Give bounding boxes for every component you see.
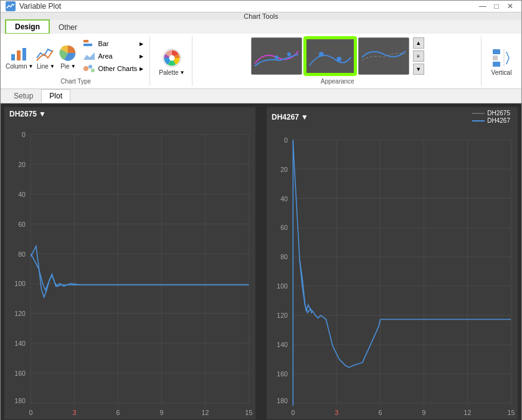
svg-rect-2 [22, 48, 26, 60]
other-charts-arrow: ▶ [140, 66, 143, 72]
palette-arrow: ▼ [180, 70, 185, 75]
chart-2-legend: DH2675 DH4267 [472, 110, 510, 124]
line-chart-btn[interactable]: Line ▼ [36, 43, 55, 70]
bar-item[interactable]: Bar ▶ [80, 38, 146, 49]
bar-arrow: ▶ [140, 41, 143, 47]
chart-panel-2: DH4267 ▼ DH2675 DH4267 [267, 107, 518, 419]
svg-text:40: 40 [280, 195, 288, 203]
svg-point-16 [319, 52, 324, 57]
appearance-group: ▲ ≡ ▼ Appearance [194, 36, 482, 86]
svg-rect-56 [267, 126, 518, 419]
palette-group: Palette ▼ [151, 36, 192, 86]
svg-point-7 [83, 66, 88, 71]
scroll-down-button[interactable]: ▼ [413, 64, 424, 75]
pie-arrow: ▼ [71, 64, 76, 69]
chart-2-dropdown-arrow[interactable]: ▼ [301, 113, 308, 122]
svg-text:60: 60 [280, 224, 288, 231]
svg-text:0: 0 [284, 136, 288, 144]
tab-design[interactable]: Design [6, 20, 49, 34]
svg-text:6: 6 [378, 409, 382, 416]
scroll-up-button[interactable]: ▲ [413, 37, 424, 49]
line-arrow: ▼ [50, 64, 55, 69]
svg-text:120: 120 [14, 310, 26, 317]
svg-text:100: 100 [277, 282, 288, 290]
svg-rect-1 [17, 50, 21, 60]
chart-panel-1: DH2675 ▼ [4, 107, 255, 419]
chart-1-svg: 0 20 40 60 80 100 120 140 160 180 0 3 6 … [4, 121, 255, 419]
svg-text:160: 160 [14, 370, 26, 377]
vertical-button[interactable]: Vertical [486, 45, 516, 77]
chart-1-dropdown-arrow[interactable]: ▼ [39, 110, 46, 118]
chart-1-header: DH2675 ▼ [4, 107, 255, 121]
svg-text:0: 0 [291, 409, 295, 416]
area-item[interactable]: Area ▶ [80, 50, 146, 62]
chart-type-group: Column ▼ Line ▼ [2, 36, 150, 86]
appearance-thumb-1[interactable] [251, 37, 302, 75]
svg-point-14 [287, 52, 291, 56]
chart-2-svg: 0 20 40 60 80 100 120 140 160 180 0 3 6 … [267, 126, 518, 419]
appearance-thumb-2[interactable] [305, 37, 356, 75]
svg-text:180: 180 [14, 396, 26, 404]
ribbon-body: Column ▼ Line ▼ [1, 34, 521, 89]
palette-button[interactable]: Palette ▼ [155, 44, 188, 79]
svg-text:140: 140 [14, 340, 26, 347]
line-label: Line [37, 63, 49, 70]
svg-point-9 [91, 69, 95, 72]
chart-stack-items: Bar ▶ Area ▶ [80, 38, 146, 74]
tab-setup[interactable]: Setup [6, 89, 41, 103]
chart-2-header: DH4267 ▼ DH2675 DH4267 [267, 107, 518, 126]
chart-2-title: DH4267 ▼ [272, 113, 308, 122]
pie-chart-btn[interactable]: Pie ▼ [58, 43, 78, 70]
minimize-button[interactable]: — [477, 1, 489, 12]
svg-text:120: 120 [277, 312, 288, 319]
svg-marker-6 [83, 52, 95, 60]
legend-dh2675: DH2675 [487, 110, 510, 117]
vertical-group: Vertical [483, 36, 520, 86]
svg-rect-5 [83, 44, 92, 46]
other-charts-item[interactable]: Other Charts ▶ [80, 63, 146, 74]
svg-text:0: 0 [22, 131, 26, 138]
svg-text:80: 80 [18, 250, 26, 257]
svg-rect-4 [83, 40, 88, 42]
maximize-button[interactable]: □ [490, 1, 503, 12]
column-chart-btn[interactable]: Column ▼ [6, 43, 33, 70]
tab-other[interactable]: Other [49, 20, 87, 34]
svg-text:9: 9 [159, 409, 163, 416]
column-label: Column [6, 63, 27, 70]
close-button[interactable]: ✕ [504, 1, 516, 12]
palette-label: Palette [159, 69, 178, 76]
svg-text:140: 140 [277, 341, 288, 348]
ribbon-group-label: Chart Tools [1, 12, 521, 20]
chart-1-area: 0 20 40 60 80 100 120 140 160 180 0 3 6 … [4, 121, 255, 419]
area-arrow: ▶ [140, 54, 143, 59]
appearance-scroll: ▲ ≡ ▼ [413, 37, 424, 75]
svg-point-17 [336, 57, 341, 62]
svg-text:80: 80 [280, 253, 288, 260]
chart-type-group-label: Chart Type [6, 76, 146, 85]
svg-rect-21 [493, 62, 500, 67]
svg-text:20: 20 [280, 166, 288, 173]
appearance-thumb-3[interactable] [358, 37, 409, 75]
svg-rect-18 [359, 39, 409, 74]
svg-text:15: 15 [245, 409, 252, 416]
pie-label: Pie [60, 63, 69, 70]
svg-point-11 [169, 55, 174, 60]
svg-text:9: 9 [422, 409, 425, 416]
title-bar: Variable Plot — □ ✕ [1, 1, 521, 12]
svg-text:3: 3 [72, 409, 76, 416]
svg-text:3: 3 [335, 409, 338, 416]
svg-rect-0 [11, 54, 15, 60]
scroll-more-button[interactable]: ≡ [413, 50, 424, 62]
svg-rect-20 [493, 55, 498, 60]
app-title: Variable Plot [19, 2, 61, 11]
bar-label: Bar [98, 40, 108, 47]
svg-rect-23 [4, 121, 255, 419]
svg-point-8 [88, 65, 92, 69]
tab-plot[interactable]: Plot [41, 89, 70, 103]
appearance-group-label: Appearance [197, 76, 477, 85]
main-content: DH2675 ▼ [1, 103, 521, 420]
svg-text:180: 180 [277, 397, 288, 404]
other-charts-label: Other Charts [98, 65, 137, 72]
svg-text:40: 40 [18, 191, 26, 198]
vertical-label: Vertical [491, 69, 512, 76]
